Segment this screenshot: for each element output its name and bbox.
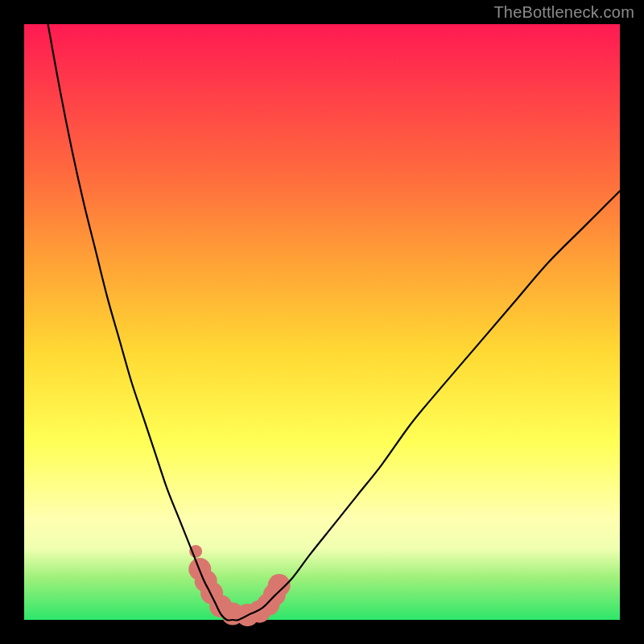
- chart-frame: TheBottleneck.com: [0, 0, 644, 644]
- highlight-marker: [268, 574, 291, 597]
- gradient-plot-area: [24, 24, 620, 620]
- curves-svg: [24, 24, 620, 620]
- bottleneck-curve: [48, 24, 620, 621]
- highlight-markers: [188, 545, 290, 626]
- watermark-text: TheBottleneck.com: [493, 3, 634, 22]
